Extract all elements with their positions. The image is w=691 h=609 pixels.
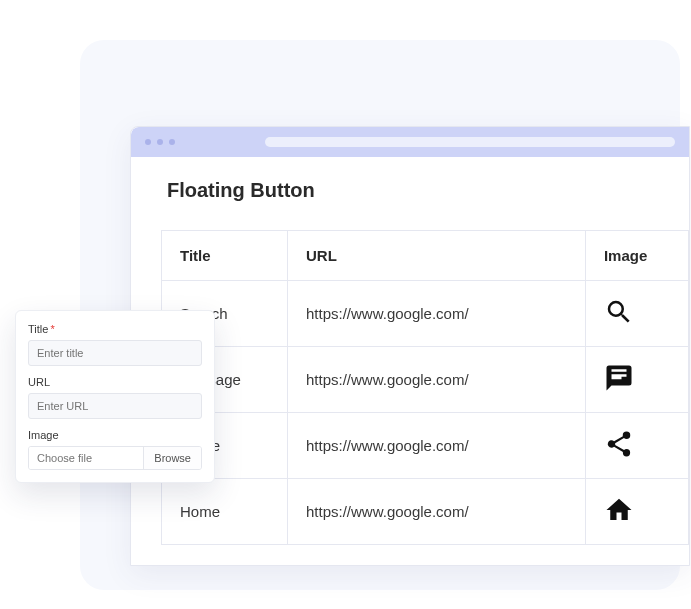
table-header-title: Title — [162, 231, 288, 281]
cell-url: https://www.google.com/ — [288, 281, 586, 347]
cell-image — [585, 479, 688, 545]
table-row[interactable]: Home https://www.google.com/ — [162, 479, 689, 545]
address-bar[interactable] — [265, 137, 675, 147]
url-label: URL — [28, 376, 202, 388]
cell-url: https://www.google.com/ — [288, 347, 586, 413]
table-row[interactable]: Share https://www.google.com/ — [162, 413, 689, 479]
cell-url: https://www.google.com/ — [288, 413, 586, 479]
window-controls — [145, 139, 175, 145]
cell-image — [585, 347, 688, 413]
file-input[interactable]: Choose file Browse — [28, 446, 202, 470]
file-placeholder: Choose file — [29, 447, 143, 469]
floating-button-table: Title URL Image Search https://www.googl… — [161, 230, 689, 545]
title-label: Title* — [28, 323, 202, 335]
table-header-url: URL — [288, 231, 586, 281]
page-title: Floating Button — [161, 179, 689, 202]
cell-title: Home — [162, 479, 288, 545]
table-header-image: Image — [585, 231, 688, 281]
cell-image — [585, 413, 688, 479]
cell-url: https://www.google.com/ — [288, 479, 586, 545]
search-icon — [604, 297, 634, 327]
share-icon — [604, 429, 634, 459]
table-row[interactable]: Search https://www.google.com/ — [162, 281, 689, 347]
table-row[interactable]: Message https://www.google.com/ — [162, 347, 689, 413]
browse-button[interactable]: Browse — [143, 447, 201, 469]
url-input[interactable] — [28, 393, 202, 419]
window-dot — [145, 139, 151, 145]
window-dot — [169, 139, 175, 145]
chat-icon — [604, 363, 634, 393]
title-input[interactable] — [28, 340, 202, 366]
window-dot — [157, 139, 163, 145]
add-item-form: Title* URL Image Choose file Browse — [15, 310, 215, 483]
browser-titlebar — [131, 127, 689, 157]
cell-image — [585, 281, 688, 347]
required-mark: * — [50, 323, 54, 335]
image-label: Image — [28, 429, 202, 441]
home-icon — [604, 495, 634, 525]
